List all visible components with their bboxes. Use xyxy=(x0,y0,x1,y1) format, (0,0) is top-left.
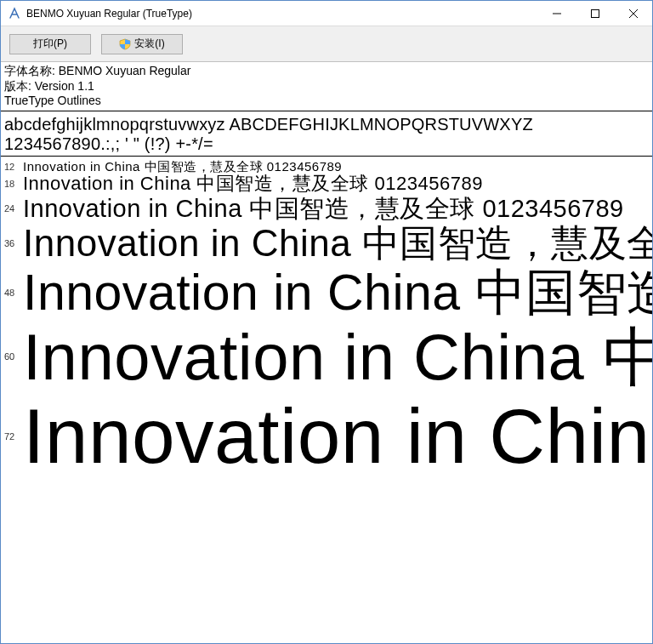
sample-text: Innovation in China 中国智造，慧及全球 0123456789 xyxy=(23,174,483,195)
preview-content: 字体名称: BENMO Xuyuan Regular 版本: Version 1… xyxy=(1,62,652,643)
svg-rect-1 xyxy=(591,9,599,17)
font-outlines-line: TrueType Outlines xyxy=(4,94,649,109)
sample-row-72: 72 Innovation in China 中国智造，慧及全球 0123456… xyxy=(1,393,652,480)
charset-block: abcdefghijklmnopqrstuvwxyz ABCDEFGHIJKLM… xyxy=(1,111,652,157)
sample-text: Innovation in China 中国智造，慧及全球 0123456789 xyxy=(23,321,652,393)
sample-row-60: 60 Innovation in China 中国智造，慧及全球 0123456… xyxy=(1,321,652,393)
sample-text: Innovation in China 中国智造，慧及全球 0123456789 xyxy=(23,265,652,321)
charset-line-2: 1234567890.:,; ' " (!?) +-*/= xyxy=(4,134,649,154)
sample-text: Innovation in China 中国智造，慧及全球 0123456789 xyxy=(23,160,342,174)
sample-row-12: 12 Innovation in China 中国智造，慧及全球 0123456… xyxy=(1,160,652,174)
sample-size-label: 36 xyxy=(4,238,23,248)
sample-text: Innovation in China 中国智造，慧及全球 0123456789 xyxy=(23,195,624,222)
sample-size-label: 18 xyxy=(4,179,23,189)
sample-size-label: 24 xyxy=(4,203,23,214)
sample-size-label: 60 xyxy=(4,351,23,362)
toolbar: 打印(P) 安装(I) xyxy=(1,26,652,62)
titlebar: BENMO Xuyuan Regular (TrueType) xyxy=(1,1,652,26)
font-name-line: 字体名称: BENMO Xuyuan Regular xyxy=(4,64,649,79)
install-button[interactable]: 安装(I) xyxy=(101,34,183,54)
font-meta: 字体名称: BENMO Xuyuan Regular 版本: Version 1… xyxy=(1,62,652,111)
close-button[interactable] xyxy=(614,1,652,26)
print-button-label: 打印(P) xyxy=(33,37,67,51)
sample-row-48: 48 Innovation in China 中国智造，慧及全球 0123456… xyxy=(1,265,652,321)
sample-rows: 12 Innovation in China 中国智造，慧及全球 0123456… xyxy=(1,157,652,480)
sample-row-18: 18 Innovation in China 中国智造，慧及全球 0123456… xyxy=(1,174,652,195)
maximize-button[interactable] xyxy=(576,1,614,26)
sample-size-label: 72 xyxy=(4,431,23,442)
sample-size-label: 12 xyxy=(4,162,23,172)
sample-row-24: 24 Innovation in China 中国智造，慧及全球 0123456… xyxy=(1,195,652,222)
minimize-button[interactable] xyxy=(537,1,576,26)
charset-line-1: abcdefghijklmnopqrstuvwxyz ABCDEFGHIJKLM… xyxy=(4,115,649,134)
sample-text: Innovation in China 中国智造，慧及全球 0123456789 xyxy=(23,222,652,264)
install-button-label: 安装(I) xyxy=(134,37,164,51)
font-preview-window: BENMO Xuyuan Regular (TrueType) 打印(P) xyxy=(0,0,653,644)
sample-size-label: 48 xyxy=(4,288,23,298)
print-button[interactable]: 打印(P) xyxy=(9,34,91,54)
sample-text: Innovation in China 中国智造，慧及全球 0123456789 xyxy=(23,393,652,480)
shield-icon xyxy=(119,38,131,50)
app-icon xyxy=(8,7,21,20)
sample-row-36: 36 Innovation in China 中国智造，慧及全球 0123456… xyxy=(1,222,652,264)
window-title: BENMO Xuyuan Regular (TrueType) xyxy=(26,8,537,20)
window-controls xyxy=(537,1,652,26)
font-version-line: 版本: Version 1.1 xyxy=(4,79,649,94)
